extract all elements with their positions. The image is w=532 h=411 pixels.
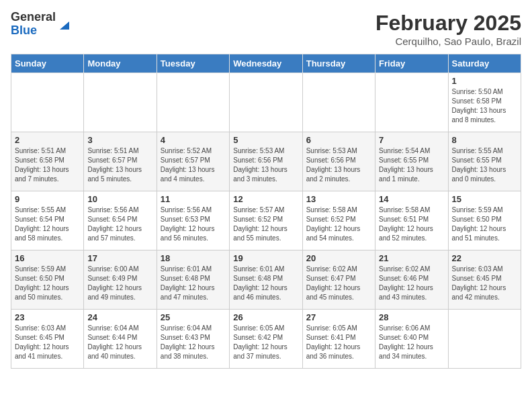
- weekday-header-monday: Monday: [84, 54, 157, 73]
- day-number: 21: [379, 253, 444, 263]
- day-number: 9: [15, 194, 80, 204]
- day-info: Sunrise: 5:50 AM Sunset: 6:58 PM Dayligh…: [452, 87, 517, 125]
- calendar-cell: 2Sunrise: 5:51 AM Sunset: 6:58 PM Daylig…: [11, 132, 84, 191]
- day-info: Sunrise: 5:58 AM Sunset: 6:51 PM Dayligh…: [379, 205, 444, 243]
- day-number: 13: [306, 194, 371, 204]
- day-number: 8: [452, 135, 517, 145]
- day-info: Sunrise: 6:03 AM Sunset: 6:45 PM Dayligh…: [452, 265, 517, 302]
- calendar-cell: 26Sunrise: 6:05 AM Sunset: 6:42 PM Dayli…: [230, 310, 302, 369]
- day-number: 17: [87, 253, 152, 263]
- calendar-cell: 23Sunrise: 6:03 AM Sunset: 6:45 PM Dayli…: [11, 310, 84, 369]
- calendar-cell: 10Sunrise: 5:56 AM Sunset: 6:54 PM Dayli…: [84, 191, 157, 250]
- day-info: Sunrise: 5:54 AM Sunset: 6:55 PM Dayligh…: [379, 146, 444, 184]
- day-info: Sunrise: 6:02 AM Sunset: 6:47 PM Dayligh…: [306, 265, 371, 302]
- day-number: 12: [233, 194, 298, 204]
- day-info: Sunrise: 5:55 AM Sunset: 6:54 PM Dayligh…: [15, 205, 80, 243]
- calendar-cell: 4Sunrise: 5:52 AM Sunset: 6:57 PM Daylig…: [157, 132, 229, 191]
- day-number: 20: [306, 253, 371, 263]
- weekday-header-tuesday: Tuesday: [157, 54, 229, 73]
- day-number: 27: [306, 312, 371, 322]
- calendar-cell: 11Sunrise: 5:56 AM Sunset: 6:53 PM Dayli…: [157, 191, 229, 250]
- day-number: 18: [161, 253, 226, 263]
- day-info: Sunrise: 5:53 AM Sunset: 6:56 PM Dayligh…: [306, 146, 371, 184]
- calendar-cell: 5Sunrise: 5:53 AM Sunset: 6:56 PM Daylig…: [230, 132, 302, 191]
- day-info: Sunrise: 5:53 AM Sunset: 6:56 PM Dayligh…: [233, 146, 298, 184]
- day-number: 22: [452, 253, 517, 263]
- day-info: Sunrise: 6:04 AM Sunset: 6:43 PM Dayligh…: [161, 324, 226, 361]
- day-number: 16: [15, 253, 80, 263]
- day-info: Sunrise: 6:05 AM Sunset: 6:42 PM Dayligh…: [233, 324, 298, 361]
- calendar-week-3: 9Sunrise: 5:55 AM Sunset: 6:54 PM Daylig…: [11, 191, 521, 250]
- day-number: 10: [87, 194, 152, 204]
- calendar-cell: 6Sunrise: 5:53 AM Sunset: 6:56 PM Daylig…: [302, 132, 375, 191]
- calendar-cell: [302, 73, 375, 132]
- calendar-cell: [375, 73, 448, 132]
- day-number: 15: [452, 194, 517, 204]
- calendar-cell: [11, 73, 84, 132]
- calendar-cell: 22Sunrise: 6:03 AM Sunset: 6:45 PM Dayli…: [448, 250, 521, 310]
- calendar-cell: 18Sunrise: 6:01 AM Sunset: 6:48 PM Dayli…: [157, 250, 229, 310]
- calendar-cell: 16Sunrise: 5:59 AM Sunset: 6:50 PM Dayli…: [11, 250, 84, 310]
- calendar-cell: 24Sunrise: 6:04 AM Sunset: 6:44 PM Dayli…: [84, 310, 157, 369]
- day-number: 5: [233, 135, 298, 145]
- calendar-cell: 13Sunrise: 5:58 AM Sunset: 6:52 PM Dayli…: [302, 191, 375, 250]
- day-info: Sunrise: 6:03 AM Sunset: 6:45 PM Dayligh…: [15, 324, 80, 361]
- calendar-cell: [84, 73, 157, 132]
- calendar-week-1: 1Sunrise: 5:50 AM Sunset: 6:58 PM Daylig…: [11, 73, 521, 132]
- calendar-cell: [157, 73, 229, 132]
- calendar-cell: 28Sunrise: 6:06 AM Sunset: 6:40 PM Dayli…: [375, 310, 448, 369]
- day-info: Sunrise: 6:05 AM Sunset: 6:41 PM Dayligh…: [306, 324, 371, 361]
- weekday-header-wednesday: Wednesday: [230, 54, 302, 73]
- logo-triangle-icon: [58, 19, 71, 31]
- day-info: Sunrise: 5:55 AM Sunset: 6:55 PM Dayligh…: [452, 146, 517, 184]
- day-number: 26: [233, 312, 298, 322]
- day-number: 2: [15, 135, 80, 145]
- calendar-cell: 7Sunrise: 5:54 AM Sunset: 6:55 PM Daylig…: [375, 132, 448, 191]
- calendar-cell: [230, 73, 302, 132]
- svg-marker-0: [60, 21, 69, 30]
- day-number: 6: [306, 135, 371, 145]
- day-info: Sunrise: 5:52 AM Sunset: 6:57 PM Dayligh…: [161, 146, 226, 184]
- day-number: 25: [161, 312, 226, 322]
- calendar-cell: 9Sunrise: 5:55 AM Sunset: 6:54 PM Daylig…: [11, 191, 84, 250]
- calendar-cell: 20Sunrise: 6:02 AM Sunset: 6:47 PM Dayli…: [302, 250, 375, 310]
- day-number: 19: [233, 253, 298, 263]
- calendar-table: SundayMondayTuesdayWednesdayThursdayFrid…: [11, 54, 521, 369]
- calendar-cell: 12Sunrise: 5:57 AM Sunset: 6:52 PM Dayli…: [230, 191, 302, 250]
- day-number: 1: [452, 76, 517, 86]
- day-info: Sunrise: 5:57 AM Sunset: 6:52 PM Dayligh…: [233, 205, 298, 243]
- calendar-cell: 27Sunrise: 6:05 AM Sunset: 6:41 PM Dayli…: [302, 310, 375, 369]
- day-number: 7: [379, 135, 444, 145]
- calendar-cell: 25Sunrise: 6:04 AM Sunset: 6:43 PM Dayli…: [157, 310, 229, 369]
- day-info: Sunrise: 6:04 AM Sunset: 6:44 PM Dayligh…: [87, 324, 152, 361]
- calendar-cell: [448, 310, 521, 369]
- day-number: 28: [379, 312, 444, 322]
- day-info: Sunrise: 5:58 AM Sunset: 6:52 PM Dayligh…: [306, 205, 371, 243]
- day-info: Sunrise: 5:56 AM Sunset: 6:54 PM Dayligh…: [87, 205, 152, 243]
- calendar-week-2: 2Sunrise: 5:51 AM Sunset: 6:58 PM Daylig…: [11, 132, 521, 191]
- day-info: Sunrise: 6:01 AM Sunset: 6:48 PM Dayligh…: [233, 265, 298, 302]
- logo-blue-text: Blue: [11, 24, 56, 38]
- calendar-cell: 14Sunrise: 5:58 AM Sunset: 6:51 PM Dayli…: [375, 191, 448, 250]
- calendar-header-row: SundayMondayTuesdayWednesdayThursdayFrid…: [11, 54, 521, 73]
- day-info: Sunrise: 6:06 AM Sunset: 6:40 PM Dayligh…: [379, 324, 444, 361]
- day-number: 23: [15, 312, 80, 322]
- page-header: General Blue February 2025 Cerquilho, Sa…: [11, 11, 521, 47]
- day-number: 24: [87, 312, 152, 322]
- calendar-cell: 21Sunrise: 6:02 AM Sunset: 6:46 PM Dayli…: [375, 250, 448, 310]
- day-info: Sunrise: 6:01 AM Sunset: 6:48 PM Dayligh…: [161, 265, 226, 302]
- month-title: February 2025: [375, 11, 521, 36]
- day-info: Sunrise: 5:51 AM Sunset: 6:58 PM Dayligh…: [15, 146, 80, 184]
- calendar-cell: 15Sunrise: 5:59 AM Sunset: 6:50 PM Dayli…: [448, 191, 521, 250]
- calendar-cell: 3Sunrise: 5:51 AM Sunset: 6:57 PM Daylig…: [84, 132, 157, 191]
- logo-general-text: General: [11, 11, 56, 24]
- weekday-header-thursday: Thursday: [302, 54, 375, 73]
- calendar-cell: 17Sunrise: 6:00 AM Sunset: 6:49 PM Dayli…: [84, 250, 157, 310]
- day-info: Sunrise: 5:59 AM Sunset: 6:50 PM Dayligh…: [15, 265, 80, 302]
- day-number: 11: [161, 194, 226, 204]
- calendar-cell: 19Sunrise: 6:01 AM Sunset: 6:48 PM Dayli…: [230, 250, 302, 310]
- location-subtitle: Cerquilho, Sao Paulo, Brazil: [375, 36, 521, 47]
- day-number: 14: [379, 194, 444, 204]
- day-info: Sunrise: 6:00 AM Sunset: 6:49 PM Dayligh…: [87, 265, 152, 302]
- title-block: February 2025 Cerquilho, Sao Paulo, Braz…: [375, 11, 521, 47]
